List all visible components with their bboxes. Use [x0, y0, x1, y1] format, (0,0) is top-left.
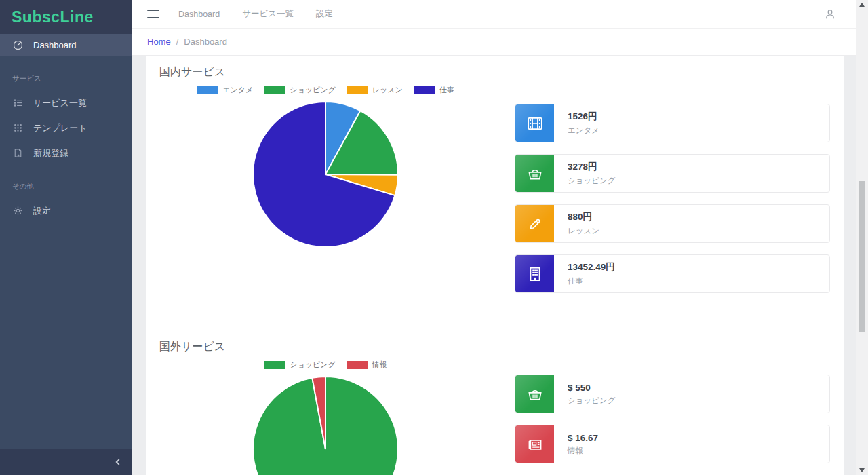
legend-item[interactable]: レッスン [347, 85, 403, 95]
sidebar-item-dashboard[interactable]: Dashboard [0, 34, 132, 56]
legend-swatch [264, 86, 285, 94]
user-menu[interactable] [823, 7, 856, 21]
breadcrumb: Home / Dashboard [132, 28, 856, 56]
stat-card-work[interactable]: 13452.49円 仕事 [515, 254, 830, 293]
domestic-section: エンタメショッピングレッスン仕事 [159, 79, 830, 293]
sidebar: SubscLine Dashboard サービス サービス一覧 [0, 0, 132, 475]
stat-value: $ 550 [568, 383, 616, 393]
stat-label: 仕事 [568, 276, 615, 286]
overseas-pie-chart[interactable] [251, 375, 400, 475]
building-icon [515, 255, 554, 292]
sidebar-item-label: 新規登録 [33, 147, 68, 159]
breadcrumb-home-link[interactable]: Home [147, 37, 171, 47]
list-icon [12, 97, 24, 109]
stat-label: エンタメ [568, 126, 599, 136]
legend-item[interactable]: 情報 [347, 360, 387, 370]
stat-label: 情報 [568, 446, 598, 456]
legend-item[interactable]: 仕事 [414, 85, 454, 95]
legend-item[interactable]: ショッピング [264, 360, 336, 370]
legend-swatch [414, 86, 435, 94]
scroll-down-arrow[interactable] [856, 466, 868, 475]
sidebar-item-label: サービス一覧 [33, 97, 87, 109]
stat-value: 880円 [568, 211, 599, 223]
legend-label: レッスン [372, 85, 403, 95]
stat-card-shopping[interactable]: 3278円 ショッピング [515, 154, 830, 193]
sidebar-collapse-button[interactable] [0, 449, 132, 475]
legend-swatch [197, 86, 218, 94]
sidebar-item-template[interactable]: テンプレート [0, 117, 132, 139]
sidebar-item-settings[interactable]: 設定 [0, 200, 132, 222]
basket-icon [515, 375, 554, 413]
stat-card-news[interactable]: $ 16.67 情報 [515, 425, 830, 463]
sidebar-item-label: 設定 [33, 205, 51, 217]
legend-swatch [347, 361, 368, 369]
overseas-section: ショッピング情報 $ 550 [159, 354, 830, 475]
grid-dots-icon [12, 122, 24, 134]
legend-label: ショッピング [290, 85, 336, 95]
chart-legend: エンタメショッピングレッスン仕事 [197, 85, 454, 95]
overseas-cards: $ 550 ショッピング [515, 354, 830, 463]
legend-item[interactable]: エンタメ [197, 85, 253, 95]
film-icon [515, 104, 554, 142]
legend-label: 情報 [372, 360, 387, 370]
vertical-scrollbar[interactable] [856, 0, 868, 475]
stat-card-shopping-overseas[interactable]: $ 550 ショッピング [515, 375, 830, 413]
stat-value: 1526円 [568, 111, 599, 123]
domestic-pie-chart[interactable] [251, 100, 400, 249]
domestic-cards: 1526円 エンタメ [515, 79, 830, 293]
app-logo-text: SubscLine [12, 8, 94, 26]
stat-label: ショッピング [568, 396, 616, 406]
pencil-icon [515, 205, 554, 242]
stat-value: 3278円 [568, 161, 616, 173]
sidebar-section-title: その他 [0, 182, 132, 191]
content-card: 国内サービス エンタメショッピングレッスン仕事 [146, 56, 844, 475]
sidebar-item-label: Dashboard [33, 40, 77, 50]
stat-label: レッスン [568, 226, 599, 236]
legend-label: ショッピング [290, 360, 336, 370]
nav-link-service-list[interactable]: サービス一覧 [242, 8, 294, 20]
domestic-chart: エンタメショッピングレッスン仕事 [159, 79, 492, 249]
sidebar-item-label: テンプレート [33, 122, 87, 134]
top-navbar: Dashboard サービス一覧 設定 [132, 0, 856, 28]
gauge-icon [12, 39, 24, 51]
legend-swatch [347, 86, 368, 94]
stat-value: $ 16.67 [568, 433, 598, 443]
nav-link-settings[interactable]: 設定 [316, 8, 333, 20]
main-content: 国内サービス エンタメショッピングレッスン仕事 [132, 56, 856, 475]
newspaper-icon [515, 425, 554, 463]
scrollbar-thumb[interactable] [859, 181, 865, 332]
sidebar-section-title: サービス [0, 74, 132, 83]
scroll-up-arrow[interactable] [856, 0, 868, 10]
chevron-left-icon [113, 457, 123, 467]
overseas-chart: ショッピング情報 [159, 354, 492, 475]
file-plus-icon [12, 147, 24, 159]
app-logo[interactable]: SubscLine [0, 0, 132, 34]
stat-label: ショッピング [568, 176, 616, 186]
breadcrumb-current: Dashboard [184, 37, 227, 47]
stat-card-lesson[interactable]: 880円 レッスン [515, 204, 830, 243]
legend-item[interactable]: ショッピング [264, 85, 336, 95]
chart-legend: ショッピング情報 [264, 360, 387, 370]
section-title-overseas: 国外サービス [159, 340, 830, 354]
legend-label: 仕事 [439, 85, 454, 95]
nav-link-dashboard[interactable]: Dashboard [178, 10, 220, 19]
basket-icon [515, 155, 554, 192]
sidebar-item-register[interactable]: 新規登録 [0, 142, 132, 164]
breadcrumb-separator: / [176, 37, 179, 47]
section-title-domestic: 国内サービス [159, 65, 830, 79]
sidebar-item-service-list[interactable]: サービス一覧 [0, 92, 132, 114]
stat-value: 13452.49円 [568, 261, 615, 273]
hamburger-icon[interactable] [147, 10, 159, 18]
legend-swatch [264, 361, 285, 369]
gear-icon [12, 205, 24, 216]
person-icon [823, 7, 837, 21]
legend-label: エンタメ [222, 85, 253, 95]
stat-card-entertainment[interactable]: 1526円 エンタメ [515, 104, 830, 142]
